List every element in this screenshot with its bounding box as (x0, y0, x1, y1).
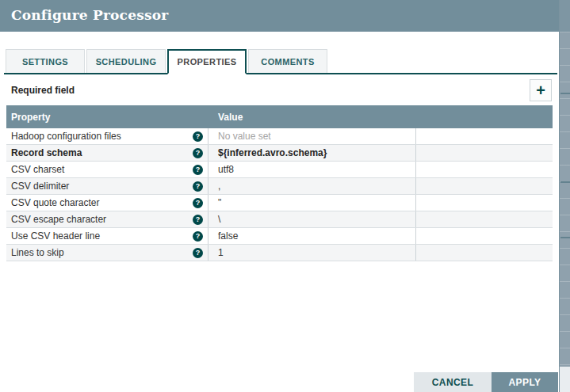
configure-processor-dialog: Configure Processor SETTINGS SCHEDULING … (0, 0, 559, 392)
property-name: CSV charset (11, 164, 64, 175)
background-app-strip (559, 0, 570, 392)
property-name: CSV delimiter (11, 181, 69, 192)
background-header-sliver (560, 0, 570, 32)
tab-properties[interactable]: PROPERTIES (167, 49, 247, 74)
cancel-button[interactable]: CANCEL (414, 372, 492, 392)
help-icon[interactable]: ? (193, 148, 203, 158)
table-row: Hadoop configuration files ? No value se… (6, 128, 553, 145)
property-name: CSV escape character (11, 214, 106, 225)
property-value[interactable]: , (208, 178, 416, 194)
properties-table: Property Value Hadoop configuration file… (6, 105, 553, 261)
add-property-button[interactable]: + (530, 79, 552, 101)
table-row: Lines to skip ? 1 (6, 245, 553, 261)
tab-bar: SETTINGS SCHEDULING PROPERTIES COMMENTS (4, 49, 557, 74)
property-value[interactable]: \ (208, 211, 416, 227)
tab-scheduling[interactable]: SCHEDULING (86, 49, 166, 73)
tab-settings[interactable]: SETTINGS (6, 49, 85, 73)
help-icon[interactable]: ? (193, 248, 203, 258)
tab-comments-label: COMMENTS (261, 57, 314, 67)
table-row: CSV quote character ? " (6, 195, 553, 211)
tab-comments[interactable]: COMMENTS (248, 49, 327, 73)
property-value[interactable]: No value set (208, 128, 416, 144)
table-row: Use CSV header line ? false (6, 228, 553, 245)
property-value[interactable]: utf8 (208, 162, 416, 177)
property-value[interactable]: 1 (208, 245, 416, 261)
property-value[interactable]: false (208, 228, 416, 244)
dialog-title: Configure Processor (0, 0, 559, 23)
property-value[interactable]: ${inferred.avro.schema} (208, 145, 416, 161)
table-row: CSV delimiter ? , (6, 178, 553, 195)
table-row: Record schema ? ${inferred.avro.schema} (6, 145, 553, 162)
help-icon[interactable]: ? (193, 131, 203, 142)
column-header-value: Value (208, 112, 416, 123)
table-header-row: Property Value (6, 105, 553, 128)
apply-button[interactable]: APPLY (492, 372, 558, 392)
property-value[interactable]: " (208, 195, 416, 211)
plus-icon: + (536, 82, 545, 99)
table-row: CSV escape character ? \ (6, 211, 553, 228)
table-row: CSV charset ? utf8 (6, 162, 553, 178)
dialog-header: Configure Processor (0, 0, 559, 32)
tab-properties-label: PROPERTIES (178, 57, 237, 67)
tab-scheduling-label: SCHEDULING (96, 57, 157, 67)
property-name: CSV quote character (11, 197, 99, 208)
property-name: Record schema (11, 147, 82, 158)
help-icon[interactable]: ? (193, 165, 203, 175)
background-rows-sliver (560, 32, 570, 367)
help-icon[interactable]: ? (193, 215, 203, 225)
help-icon[interactable]: ? (193, 198, 203, 208)
help-icon[interactable]: ? (193, 231, 203, 242)
dialog-footer: CANCEL APPLY (414, 372, 558, 392)
required-field-label: Required field (11, 85, 75, 96)
property-name: Hadoop configuration files (11, 131, 121, 142)
property-name: Lines to skip (11, 247, 64, 258)
background-footer-sliver (560, 367, 570, 392)
help-icon[interactable]: ? (193, 181, 203, 192)
column-header-property: Property (6, 112, 208, 123)
property-name: Use CSV header line (11, 230, 100, 242)
tab-settings-label: SETTINGS (22, 57, 68, 67)
